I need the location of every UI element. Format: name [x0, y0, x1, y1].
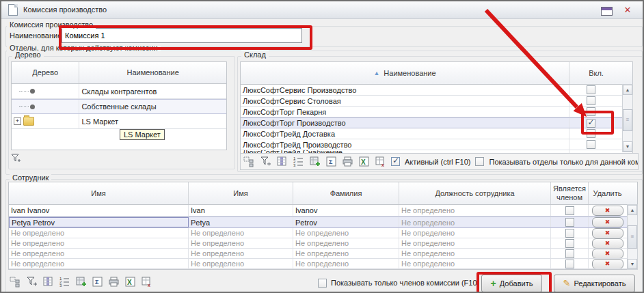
delete-row-button[interactable] — [592, 259, 623, 268]
sklad-row[interactable]: ЛюксСофтСервис Производство — [241, 85, 632, 96]
scroll-up-icon[interactable]: ▲ — [623, 85, 632, 95]
print-icon[interactable] — [342, 156, 353, 167]
records-icon[interactable] — [243, 156, 255, 167]
records-icon[interactable] — [10, 276, 21, 288]
sklad-col-header-incl[interactable]: Вкл. — [569, 62, 623, 84]
emp-last-name[interactable]: Petrov — [293, 217, 399, 227]
tree-col-header-name[interactable]: Наименование — [79, 62, 226, 83]
emp-display-name[interactable]: Не определено — [9, 238, 189, 248]
employees-scrollbar[interactable]: ▲ ≡ ▼ — [627, 204, 638, 270]
filter-add-icon[interactable] — [10, 152, 22, 164]
emp-display-name[interactable]: Petya Petrov — [9, 217, 189, 227]
employee-row-empty[interactable]: Не определено Не определено Не определен… — [9, 259, 637, 269]
emp-display-name[interactable]: Не определено — [9, 249, 189, 258]
emp-position[interactable]: Не определено — [399, 238, 551, 248]
maximize-button[interactable] — [601, 7, 613, 16]
grid-close-icon[interactable]: x — [375, 156, 386, 167]
add-button[interactable]: Добавить — [481, 275, 542, 292]
sklad-row-name[interactable]: ЛюксСофтТорг Производство — [241, 118, 569, 128]
emp-first-name[interactable]: Не определено — [189, 259, 293, 268]
delete-row-button[interactable] — [592, 228, 623, 238]
emp-first-name[interactable]: Не определено — [189, 228, 293, 238]
incl-checkbox[interactable] — [587, 96, 595, 105]
sklad-row-name[interactable]: ЛюксСофтТрейд Доставка — [241, 128, 569, 139]
tree-row-label[interactable]: Собственные склады — [79, 100, 226, 113]
active-checkbox[interactable] — [391, 157, 400, 166]
emp-col-header-delete[interactable]: Удалить — [589, 182, 626, 204]
emp-last-name[interactable]: Не определено — [293, 249, 399, 258]
employee-row[interactable]: Ivan Ivanov Ivan Ivanov Не определено — [9, 205, 637, 217]
column-chooser-icon[interactable] — [276, 156, 288, 167]
employee-row-empty[interactable]: Не определено Не определено Не определен… — [9, 228, 637, 238]
is-member-checkbox[interactable] — [565, 218, 574, 227]
sklad-row-name[interactable]: ЛюксСофтСервис Производство — [241, 85, 569, 95]
emp-col-header-is-member[interactable]: Является членом — [551, 182, 589, 204]
emp-col-header-last-name[interactable]: Фамилия — [293, 182, 399, 204]
close-button[interactable]: ✕ — [622, 5, 633, 16]
tree-col-header-tree[interactable]: Дерево — [12, 62, 79, 83]
incl-checkbox[interactable] — [587, 107, 595, 116]
scroll-thumb[interactable]: ≡ — [623, 109, 632, 131]
tree-row-label[interactable]: Склады контрагентов — [79, 84, 226, 98]
sort-order-icon[interactable]: 123 — [293, 156, 304, 167]
emp-position[interactable]: Не определено — [399, 205, 551, 216]
emp-position[interactable]: Не определено — [399, 259, 551, 268]
summary-add-icon[interactable] — [309, 156, 321, 167]
incl-checkbox[interactable] — [587, 140, 595, 149]
employee-row-empty[interactable]: Не определено Не определено Не определен… — [9, 249, 637, 259]
emp-col-header-display-name[interactable]: Имя — [9, 182, 189, 204]
sklad-row-selected[interactable]: ЛюксСофтТорг Производство — [241, 117, 632, 128]
emp-first-name[interactable]: Не определено — [189, 238, 293, 248]
name-input[interactable] — [62, 28, 302, 43]
sklad-row[interactable]: ЛюксСофтТрейд Доставка — [241, 128, 632, 139]
employee-row-empty[interactable]: Не определено Не определено Не определен… — [9, 238, 637, 249]
emp-position[interactable]: Не определено — [399, 228, 551, 238]
summary-add-icon[interactable] — [75, 276, 87, 288]
sum-icon[interactable]: Σ — [325, 156, 337, 167]
tree-row[interactable]: Собственные склады — [12, 99, 226, 114]
emp-col-header-first-name[interactable]: Имя — [189, 182, 293, 204]
emp-display-name[interactable]: Ivan Ivanov — [9, 205, 189, 216]
tree-row-label[interactable]: LS Маркет — [79, 114, 226, 128]
sklad-row-name[interactable]: ЛюксСофтТорг Пекарня — [241, 107, 569, 117]
sklad-scrollbar[interactable]: ▲ ≡ ▼ — [622, 84, 633, 152]
filter-add-icon[interactable] — [260, 156, 271, 167]
scroll-down-icon[interactable]: ▼ — [628, 259, 637, 269]
emp-last-name[interactable]: Ivanov — [293, 205, 399, 216]
emp-last-name[interactable]: Не определено — [293, 259, 399, 268]
emp-position[interactable]: Не определено — [399, 217, 551, 227]
sklad-row-name[interactable]: ЛюксСофтСервис Столовая — [241, 96, 569, 106]
scroll-down-icon[interactable]: ▼ — [623, 141, 632, 152]
emp-display-name[interactable]: Не определено — [9, 259, 189, 268]
delete-row-button[interactable] — [592, 238, 623, 248]
sklad-row[interactable]: ЛюксСофтТорг Пекарня — [241, 107, 632, 117]
sum-icon[interactable]: Σ — [92, 276, 103, 288]
show-members-checkbox[interactable] — [318, 279, 327, 288]
is-member-checkbox[interactable] — [565, 206, 574, 215]
export-excel-icon[interactable]: X — [124, 276, 136, 288]
scroll-thumb[interactable]: ≡ — [628, 225, 637, 249]
column-chooser-icon[interactable] — [42, 276, 54, 288]
is-member-checkbox[interactable] — [565, 239, 574, 248]
sklad-row[interactable]: ЛюксСофтТрейд Производство — [241, 139, 632, 150]
incl-checkbox[interactable] — [587, 119, 595, 128]
is-member-checkbox[interactable] — [565, 249, 574, 258]
emp-col-header-position[interactable]: Должность сотрудника — [399, 182, 551, 204]
tree-row[interactable]: Склады контрагентов — [12, 84, 226, 99]
is-member-checkbox[interactable] — [565, 260, 574, 268]
edit-button[interactable]: Редактировать — [554, 275, 635, 292]
sklad-row[interactable]: ЛюксСофтСервис Столовая — [241, 96, 632, 107]
emp-position[interactable]: Не определено — [399, 249, 551, 258]
delete-row-button[interactable] — [592, 217, 623, 227]
emp-display-name[interactable]: Не определено — [9, 228, 189, 238]
emp-first-name[interactable]: Ivan — [189, 205, 293, 216]
scroll-up-icon[interactable]: ▲ — [628, 205, 637, 215]
sklad-col-header-name[interactable]: Наименование — [241, 62, 569, 84]
emp-last-name[interactable]: Не определено — [293, 238, 399, 248]
show-depts-checkbox[interactable] — [475, 157, 484, 166]
sklad-row-name[interactable]: ЛюксСофтТрейд Производство — [241, 139, 569, 150]
incl-checkbox[interactable] — [587, 129, 595, 138]
emp-first-name[interactable]: Не определено — [189, 249, 293, 258]
employee-row-selected[interactable]: Petya Petrov Petya Petrov Не определено — [9, 217, 637, 228]
export-excel-icon[interactable]: X — [358, 156, 370, 167]
